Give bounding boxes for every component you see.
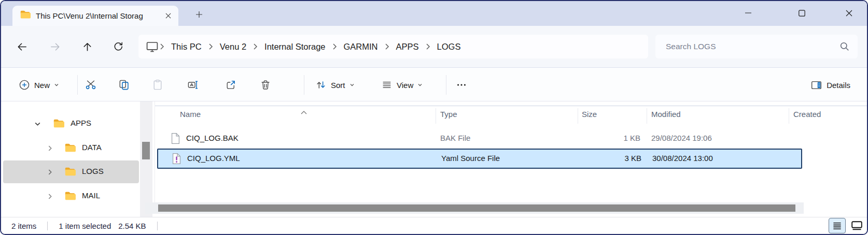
column-header-type[interactable]: Type <box>440 110 457 119</box>
search-icon[interactable] <box>839 41 850 54</box>
header-top-border <box>155 106 867 106</box>
file-size: 1 KB <box>562 134 640 142</box>
command-toolbar: New Sort View <box>1 67 867 101</box>
chevron-right-icon[interactable] <box>331 43 338 50</box>
column-divider[interactable] <box>578 108 578 124</box>
column-header-modified[interactable]: Modified <box>651 110 681 119</box>
folder-icon <box>53 118 64 131</box>
titlebar: This PC\Venu 2\Internal Storag <box>1 1 867 26</box>
file-modified: 30/08/2024 13:00 <box>652 154 713 163</box>
view-lines-icon <box>381 79 393 91</box>
toolbar-separator <box>304 75 304 95</box>
file-icon <box>171 133 180 146</box>
file-modified: 29/08/2024 19:06 <box>651 134 712 142</box>
status-separator <box>47 222 48 230</box>
sidebar-scrollbar[interactable] <box>140 101 152 217</box>
horizontal-scrollbar[interactable] <box>145 202 804 214</box>
sidebar-item-logs[interactable]: LOGS <box>3 160 139 183</box>
refresh-icon <box>113 41 124 52</box>
explorer-tab[interactable]: This PC\Venu 2\Internal Storag <box>12 6 178 26</box>
sidebar-scrollbar-thumb[interactable] <box>142 142 150 159</box>
column-header-name[interactable]: Name <box>180 110 201 119</box>
sort-ascending-caret-icon <box>301 107 307 116</box>
chevron-right-icon[interactable] <box>159 43 165 50</box>
search-box <box>655 35 858 58</box>
chevron-right-icon[interactable] <box>47 145 53 152</box>
rename-button[interactable] <box>181 74 204 96</box>
minimize-button[interactable] <box>735 1 761 25</box>
items-count: 2 items <box>11 222 36 230</box>
plus-circle-icon <box>19 79 30 91</box>
back-button[interactable] <box>11 36 32 57</box>
sort-button-label: Sort <box>331 81 345 90</box>
chevron-down-icon <box>349 82 355 87</box>
details-pane-icon <box>810 79 822 91</box>
thumbnail-view-icon <box>851 221 862 230</box>
sidebar-item-data[interactable]: DATA <box>3 137 139 159</box>
back-arrow-icon <box>16 41 28 53</box>
maximize-button[interactable] <box>789 1 815 25</box>
new-button[interactable]: New <box>12 74 65 96</box>
share-button[interactable] <box>219 74 242 96</box>
share-icon <box>225 79 236 91</box>
file-type: BAK File <box>440 134 470 142</box>
chevron-right-icon[interactable] <box>47 193 53 200</box>
breadcrumb-item-this-pc[interactable]: This PC <box>165 42 207 52</box>
file-size: 3 KB <box>563 154 641 163</box>
main-content: APPS DATA LOGS MAIL Name Typ <box>1 101 867 217</box>
chevron-right-icon[interactable] <box>384 43 390 50</box>
maximize-icon <box>799 10 805 17</box>
folder-icon <box>64 166 76 180</box>
file-row-ciq-log-bak[interactable]: CIQ_LOG.BAK BAK File 1 KB 29/08/2024 19:… <box>157 128 802 149</box>
toolbar-separator <box>446 75 446 95</box>
cut-button[interactable] <box>79 74 102 96</box>
paste-button[interactable] <box>146 74 169 96</box>
more-options-button[interactable] <box>450 74 473 96</box>
chevron-right-icon[interactable] <box>252 43 259 50</box>
breadcrumb-item-garmin[interactable]: GARMIN <box>338 42 384 52</box>
chevron-down-icon[interactable] <box>34 121 41 127</box>
search-input[interactable] <box>666 35 832 58</box>
paste-icon <box>152 79 163 91</box>
forward-button[interactable] <box>45 36 65 57</box>
breadcrumb-item-venu-2[interactable]: Venu 2 <box>214 42 252 52</box>
new-tab-button[interactable] <box>192 7 206 22</box>
sidebar-item-label: MAIL <box>82 191 100 200</box>
window: This PC\Venu 2\Internal Storag <box>0 0 868 235</box>
file-explorer-window: This PC\Venu 2\Internal Storag <box>0 0 868 235</box>
chevron-right-icon[interactable] <box>207 43 214 50</box>
column-header-created[interactable]: Created <box>793 110 821 119</box>
sort-button[interactable]: Sort <box>310 74 360 96</box>
breadcrumb-item-logs[interactable]: LOGS <box>431 42 467 52</box>
chevron-right-icon[interactable] <box>47 169 53 175</box>
minimize-icon <box>745 10 751 16</box>
details-pane-button[interactable]: Details <box>804 74 857 96</box>
sidebar-item-apps[interactable]: APPS <box>3 112 139 135</box>
tab-title: This PC\Venu 2\Internal Storag <box>36 11 157 20</box>
column-divider[interactable] <box>789 108 789 124</box>
column-divider[interactable] <box>647 108 647 124</box>
breadcrumb-item-internal-storage[interactable]: Internal Storage <box>259 42 331 52</box>
file-name: CIQ_LOG.BAK <box>186 134 239 142</box>
file-row-ciq-log-yml-selected[interactable]: CIQ_LOG.YML Yaml Source File 3 KB 30/08/… <box>157 149 802 169</box>
up-button[interactable] <box>77 36 97 57</box>
sidebar-item-label: APPS <box>71 119 91 127</box>
close-window-button[interactable] <box>836 1 862 25</box>
tab-close-button[interactable] <box>162 10 174 22</box>
refresh-button[interactable] <box>108 36 129 57</box>
file-list: Name Type Size Modified Created CIQ_LOG.… <box>155 101 867 217</box>
chevron-right-icon[interactable] <box>425 43 431 50</box>
horizontal-scrollbar-thumb[interactable] <box>158 204 795 212</box>
column-divider[interactable] <box>436 108 436 124</box>
view-button[interactable]: View <box>376 74 428 96</box>
thumbnail-view-toggle[interactable] <box>848 218 865 233</box>
breadcrumb-item-apps[interactable]: APPS <box>390 42 425 52</box>
selection-size: 2.54 KB <box>118 222 146 230</box>
sidebar-item-mail[interactable]: MAIL <box>3 185 139 208</box>
details-view-toggle[interactable] <box>829 218 846 233</box>
details-pane-label: Details <box>827 81 850 90</box>
copy-button[interactable] <box>113 74 135 96</box>
breadcrumb: This PC Venu 2 Internal Storage GARMIN A… <box>138 35 648 58</box>
delete-button[interactable] <box>254 74 277 96</box>
column-header-size[interactable]: Size <box>582 110 597 119</box>
